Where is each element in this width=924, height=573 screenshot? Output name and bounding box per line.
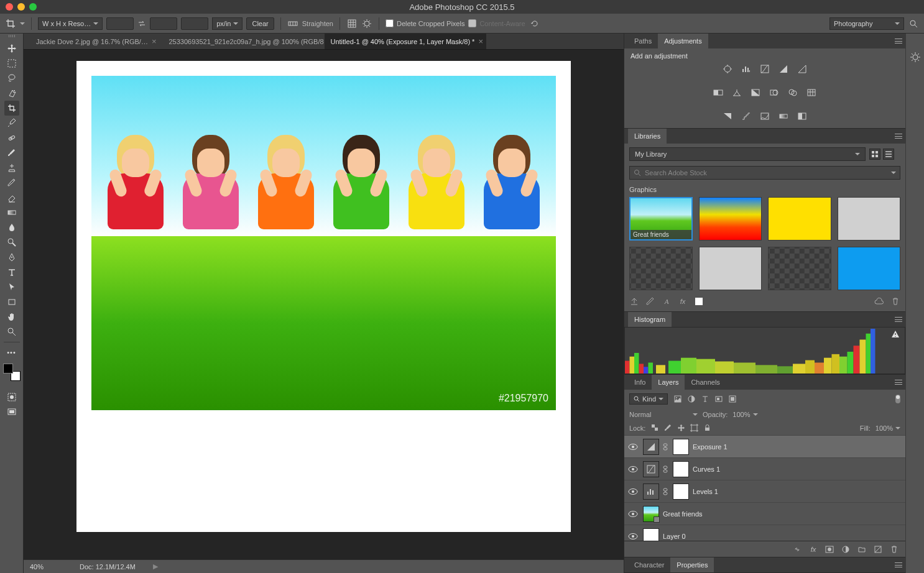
selective-color-icon[interactable] [796,111,808,122]
panel-menu-icon[interactable] [892,312,905,327]
path-select-tool[interactable] [4,280,19,295]
visibility-toggle[interactable] [628,443,639,451]
invert-icon[interactable] [721,111,734,122]
layer-row[interactable]: Levels 1 [624,480,905,502]
photo-filter-icon[interactable] [768,87,780,98]
swap-dimensions-icon[interactable] [137,19,146,28]
zoom-level[interactable]: 40% [30,563,67,571]
new-layer-icon[interactable] [873,544,883,554]
hand-tool[interactable] [4,309,19,324]
lock-transparency-icon[interactable] [650,423,660,433]
layer-name[interactable]: Layer 0 [663,533,686,540]
tab-layers[interactable]: Layers [652,375,685,390]
visibility-toggle[interactable] [628,510,639,518]
history-brush-tool[interactable] [4,175,19,190]
layer-row[interactable]: Great friends [624,502,905,525]
rectangle-tool[interactable] [4,295,19,309]
tab-libraries[interactable]: Libraries [628,129,667,144]
blur-tool[interactable] [4,220,19,235]
type-tool[interactable] [4,265,19,280]
move-tool[interactable] [4,41,19,56]
curves-icon[interactable] [759,63,771,75]
overlay-grid-icon[interactable] [346,18,358,29]
crop-tool[interactable] [4,101,19,116]
brush-tool[interactable] [4,145,19,160]
tab-properties[interactable]: Properties [670,557,714,572]
visibility-toggle[interactable] [628,533,639,540]
document-tab[interactable]: Untitled-1 @ 40% (Exposure 1, Layer Mask… [325,34,486,49]
add-color-icon[interactable] [694,296,704,306]
search-icon[interactable] [908,18,919,29]
layer-name[interactable]: Levels 1 [693,488,718,495]
fill-input[interactable]: 100% [875,424,900,432]
zoom-window[interactable] [29,3,37,11]
lock-pixels-icon[interactable] [663,423,673,433]
library-dropdown[interactable]: My Library [629,147,866,161]
lock-artboard-icon[interactable] [690,423,699,433]
lock-position-icon[interactable] [677,423,686,433]
visibility-toggle[interactable] [628,488,639,495]
histogram-warning-icon[interactable] [891,330,900,339]
hue-saturation-icon[interactable] [712,87,724,98]
workspace-dropdown[interactable]: Photography [829,17,904,30]
delete-layer-icon[interactable] [889,544,899,554]
add-fx-icon[interactable]: fx [678,296,688,306]
tab-channels[interactable]: Channels [685,375,726,390]
layer-mask-thumb[interactable] [673,461,689,477]
black-white-icon[interactable] [749,87,762,98]
layer-row[interactable]: Curves 1 [624,457,905,480]
tab-histogram[interactable]: Histogram [628,312,672,327]
screen-mode-icon[interactable] [4,405,19,419]
eyedropper-tool[interactable] [4,116,19,131]
layer-mask-thumb[interactable] [673,484,689,500]
straighten-label[interactable]: Straighten [302,20,333,27]
layer-filter-dropdown[interactable]: Kind [629,393,668,405]
panel-menu-icon[interactable] [892,129,905,144]
zoom-tool[interactable] [4,324,19,339]
lasso-tool[interactable] [4,71,19,86]
library-thumb[interactable] [629,247,693,290]
library-search[interactable]: Search Adobe Stock [629,166,900,180]
library-thumb[interactable] [768,247,831,290]
panel-menu-icon[interactable] [892,375,905,390]
list-view-icon[interactable] [883,149,894,160]
gradient-tool[interactable] [4,205,19,220]
filter-pixel-icon[interactable] [673,394,683,404]
group-icon[interactable] [857,544,867,554]
layer-name[interactable]: Curves 1 [693,465,720,473]
rail-icon[interactable] [908,50,923,65]
filter-type-icon[interactable] [700,394,710,404]
levels-icon[interactable] [740,63,752,75]
link-mask-icon[interactable] [663,442,669,451]
layer-fx-icon[interactable]: fx [808,544,818,554]
color-swatches[interactable] [3,364,21,381]
blend-mode-dropdown[interactable]: Normal [629,411,698,418]
layer-mask-icon[interactable] [825,544,834,554]
panel-menu-icon[interactable] [892,34,905,48]
link-mask-icon[interactable] [663,487,669,496]
threshold-icon[interactable] [759,111,771,122]
opacity-input[interactable]: 100% [732,411,757,418]
document-tab[interactable]: 25330693521_921e2c09a7_h.jpg @ 100% (RGB… [163,34,325,49]
add-char-style-icon[interactable]: A [662,296,672,306]
library-thumb[interactable] [838,197,901,241]
quick-mask-icon[interactable] [4,390,19,405]
chevron-down-icon[interactable] [20,22,25,25]
panel-menu-icon[interactable] [892,557,905,572]
vibrance-icon[interactable] [796,63,808,75]
channel-mixer-icon[interactable] [787,87,799,98]
delete-cropped-checkbox[interactable]: Delete Cropped Pixels [386,19,464,27]
clone-stamp-tool[interactable] [4,160,19,175]
edit-toolbar[interactable]: ••• [4,345,19,360]
straighten-icon[interactable] [287,18,298,29]
reset-crop-icon[interactable] [529,18,540,29]
close-window[interactable] [6,3,13,11]
crop-height-input[interactable] [150,17,177,30]
add-graphic-icon[interactable] [629,296,639,306]
unit-dropdown[interactable]: px/in [212,17,243,30]
clear-button[interactable]: Clear [246,17,274,30]
crop-tool-icon[interactable] [5,18,16,29]
cc-cloud-icon[interactable] [874,296,884,306]
tab-paths[interactable]: Paths [628,34,658,48]
filter-smart-icon[interactable] [728,394,737,404]
